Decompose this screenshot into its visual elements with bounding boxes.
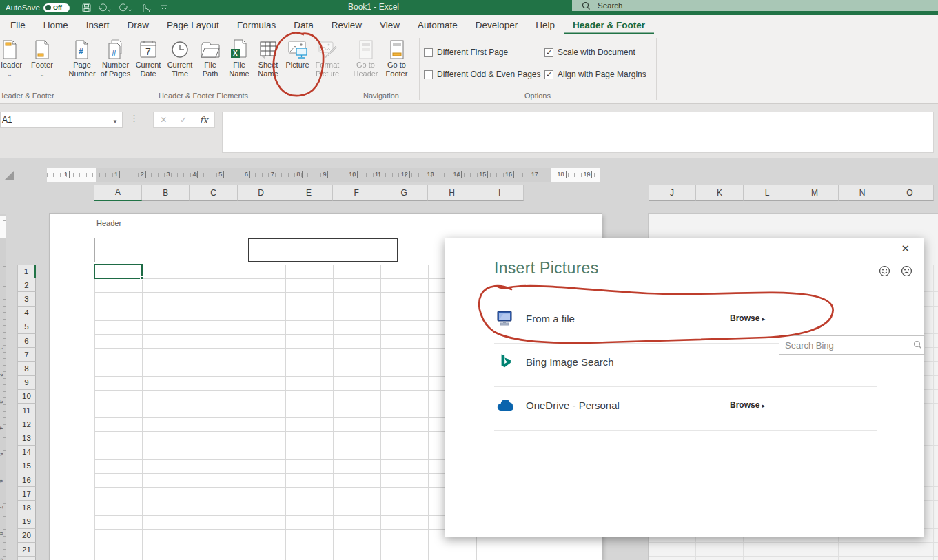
row-header-10[interactable]: 10: [17, 390, 36, 404]
row-header-16[interactable]: 16: [17, 473, 36, 487]
dialog-row-onedrive[interactable]: OneDrive - Personal Browse ▸: [494, 388, 877, 422]
column-header-L[interactable]: L: [744, 185, 791, 201]
current-date-button[interactable]: 7 Current Date: [132, 39, 164, 78]
file-name-button[interactable]: X File Name: [225, 39, 254, 78]
tab-view[interactable]: View: [371, 15, 409, 34]
autosave-toggle[interactable]: AutoSave Off: [6, 3, 70, 12]
browse-link[interactable]: Browse ▸: [730, 400, 765, 410]
tab-formulas[interactable]: Formulas: [228, 15, 285, 34]
row-header-15[interactable]: 15: [17, 459, 36, 473]
row-header-21[interactable]: 21: [17, 543, 36, 557]
row-header-18[interactable]: 18: [17, 501, 36, 515]
row-header-1[interactable]: 1: [17, 265, 36, 278]
column-header-E[interactable]: E: [285, 185, 333, 201]
save-icon[interactable]: [82, 3, 91, 12]
option-different-odd-even-pages[interactable]: Different Odd & Even Pages: [424, 70, 541, 79]
checkbox-icon[interactable]: ✓: [544, 48, 553, 57]
row-header-3[interactable]: 3: [17, 292, 36, 306]
header-button[interactable]: Header ⌄: [0, 39, 26, 78]
enter-icon[interactable]: ✓: [180, 115, 187, 125]
row-header-11[interactable]: 11: [17, 404, 36, 417]
close-icon[interactable]: ✕: [901, 242, 910, 255]
go-to-footer-button[interactable]: Go to Footer: [381, 39, 412, 78]
page-number-button[interactable]: # Page Number: [65, 39, 99, 78]
tab-data[interactable]: Data: [285, 15, 323, 34]
insert-function-icon[interactable]: fx: [200, 115, 208, 125]
column-header-C[interactable]: C: [190, 185, 237, 201]
dialog-row-bing[interactable]: Bing Image Search: [494, 345, 877, 378]
row-header-9[interactable]: 9: [17, 376, 36, 390]
checkbox-icon[interactable]: ✓: [544, 70, 553, 79]
picture-button[interactable]: Picture: [283, 39, 312, 70]
column-header-G[interactable]: G: [380, 185, 428, 201]
autosave-pill[interactable]: Off: [43, 3, 70, 12]
tab-draw[interactable]: Draw: [119, 15, 159, 34]
selected-cell-A1[interactable]: [94, 264, 143, 279]
header-left-section[interactable]: [94, 238, 249, 262]
tab-automate[interactable]: Automate: [409, 15, 467, 34]
row-header-13[interactable]: 13: [17, 431, 36, 445]
touch-mode-icon[interactable]: [139, 3, 153, 12]
column-header-A[interactable]: A: [94, 185, 142, 201]
current-time-button[interactable]: Current Time: [164, 39, 196, 78]
fill-handle[interactable]: [140, 276, 143, 280]
number-of-pages-button[interactable]: # Number of Pages: [99, 39, 132, 78]
redo-icon[interactable]: [119, 3, 132, 12]
row-header-7[interactable]: 7: [17, 348, 36, 362]
chevron-down-icon[interactable]: ▼: [112, 118, 118, 125]
tab-file[interactable]: File: [1, 15, 34, 34]
column-header-O[interactable]: O: [886, 185, 934, 201]
sheet-name-button[interactable]: Sheet Name: [254, 39, 283, 78]
row-header-12[interactable]: 12: [17, 417, 36, 431]
option-different-first-page[interactable]: Different First Page: [424, 48, 508, 57]
tab-insert[interactable]: Insert: [77, 15, 119, 34]
tab-page-layout[interactable]: Page Layout: [158, 15, 228, 34]
file-path-button[interactable]: File Path: [196, 39, 225, 78]
row-header-2[interactable]: 2: [17, 278, 36, 292]
tab-developer[interactable]: Developer: [467, 15, 527, 34]
row-header-19[interactable]: 19: [17, 515, 36, 529]
row-header-8[interactable]: 8: [17, 362, 36, 375]
checkbox-icon[interactable]: [424, 48, 433, 57]
search-bar[interactable]: Search: [572, 0, 938, 11]
column-header-J[interactable]: J: [649, 185, 696, 201]
column-header-H[interactable]: H: [428, 185, 476, 201]
undo-icon[interactable]: [98, 3, 112, 12]
footer-button[interactable]: Footer ⌄: [26, 39, 58, 78]
column-header-B[interactable]: B: [142, 185, 190, 201]
row-header-5[interactable]: 5: [17, 320, 36, 334]
row-header-20[interactable]: 20: [17, 529, 36, 543]
formula-input[interactable]: [222, 112, 934, 153]
column-header-F[interactable]: F: [333, 185, 380, 201]
smiley-sad-icon[interactable]: [901, 265, 912, 280]
smiley-happy-icon[interactable]: [879, 265, 890, 280]
header-center-section[interactable]: [248, 238, 398, 262]
column-header-N[interactable]: N: [839, 185, 886, 201]
tab-review[interactable]: Review: [323, 15, 371, 34]
column-header-D[interactable]: D: [238, 185, 285, 201]
row-header-17[interactable]: 17: [17, 487, 36, 501]
checkbox-icon[interactable]: [424, 70, 433, 79]
dialog-row-from-file[interactable]: From a file Browse ▸: [494, 302, 877, 335]
row-header-6[interactable]: 6: [17, 334, 36, 348]
column-header-M[interactable]: M: [791, 185, 839, 201]
option-scale-with-document[interactable]: ✓Scale with Document: [544, 48, 635, 57]
column-header-I[interactable]: I: [476, 185, 524, 201]
customize-qat-icon[interactable]: [160, 3, 168, 12]
tab-home[interactable]: Home: [34, 15, 77, 34]
cancel-icon[interactable]: ✕: [160, 115, 167, 125]
format-picture-button[interactable]: Format Picture: [312, 39, 343, 78]
tab-header-footer[interactable]: Header & Footer: [564, 15, 654, 34]
name-box[interactable]: A1 ▼: [0, 112, 123, 128]
tab-help[interactable]: Help: [527, 15, 564, 34]
search-icon[interactable]: [913, 340, 922, 352]
row-header-22[interactable]: 22: [17, 557, 36, 560]
row-header-4[interactable]: 4: [17, 307, 36, 320]
bing-search-input[interactable]: [779, 335, 925, 355]
row-header-14[interactable]: 14: [17, 446, 36, 459]
ruler-corner-icon: [5, 171, 14, 180]
browse-link[interactable]: Browse ▸: [730, 313, 765, 323]
go-to-header-button[interactable]: Go to Header: [350, 39, 381, 78]
column-header-K[interactable]: K: [696, 185, 744, 201]
option-align-with-page-margins[interactable]: ✓Align with Page Margins: [544, 70, 646, 79]
